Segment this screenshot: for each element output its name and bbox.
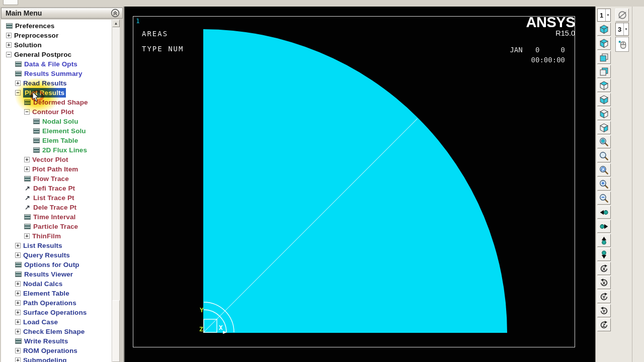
tree-item-plot-results[interactable]: −Plot Results <box>1 88 112 98</box>
sidebar-scrollbar[interactable]: ▲ <box>112 20 120 362</box>
rotate-y-minus-button[interactable]: Y <box>597 304 611 317</box>
expand-icon[interactable]: + <box>15 80 21 86</box>
tree-item-defi-trace-pt[interactable]: ↗Defi Trace Pt <box>1 184 112 193</box>
chevrons-up-circle-icon[interactable] <box>111 9 120 18</box>
expand-icon[interactable]: + <box>15 357 21 362</box>
expand-icon[interactable]: + <box>24 157 30 162</box>
tree-item-preferences[interactable]: Preferences <box>1 21 112 31</box>
menu-icon <box>24 214 31 220</box>
scroll-up-arrow-icon[interactable]: ▲ <box>112 20 120 27</box>
tree-item-label: Results Summary <box>24 69 83 78</box>
chevron-down-icon[interactable]: ▼ <box>605 9 610 21</box>
tree-item-time-interval[interactable]: Time Interval <box>1 212 112 222</box>
tree-item-list-trace-pt[interactable]: ↗List Trace Pt <box>1 193 112 203</box>
tree-item-surface-operations[interactable]: +Surface Operations <box>1 308 112 317</box>
front-view-button[interactable] <box>597 51 611 64</box>
tree-item-list-results[interactable]: +List Results <box>1 241 112 250</box>
expand-icon[interactable]: + <box>15 310 21 315</box>
tree-item-solution[interactable]: +Solution <box>1 40 112 50</box>
tree-item-deformed-shape[interactable]: Deformed Shape <box>1 98 112 107</box>
tree-item-2d-flux-lines[interactable]: 2D Flux Lines <box>1 145 112 155</box>
zoom-in-button[interactable] <box>597 177 611 191</box>
tree-item-dele-trace-pt[interactable]: ↗Dele Trace Pt <box>1 203 112 212</box>
tree-item-results-summary[interactable]: Results Summary <box>1 69 112 78</box>
tree-item-element-table[interactable]: +Element Table <box>1 289 112 298</box>
ansys-release: R15.0 <box>526 30 575 37</box>
rotation-rate-select[interactable]: 3▼ <box>615 23 629 36</box>
expand-icon[interactable]: + <box>15 291 21 296</box>
left-view-button[interactable] <box>597 107 611 120</box>
back-view-button[interactable] <box>597 65 611 78</box>
zoom-out-button[interactable] <box>597 192 611 205</box>
tree-item-nodal-calcs[interactable]: +Nodal Calcs <box>1 279 112 289</box>
zoom-model-button[interactable] <box>597 149 611 162</box>
expand-icon[interactable]: + <box>6 42 12 48</box>
collapse-icon[interactable]: − <box>15 90 21 96</box>
top-view-button[interactable] <box>597 79 611 92</box>
expand-icon[interactable]: + <box>24 166 30 172</box>
tree-item-element-solu[interactable]: Element Solu <box>1 126 112 136</box>
tree-item-results-viewer[interactable]: Results Viewer <box>1 269 112 279</box>
rotate-z-plus-button[interactable]: Z <box>597 318 611 331</box>
expand-icon[interactable]: + <box>24 233 30 239</box>
pan-left-button[interactable] <box>597 206 611 219</box>
expand-icon[interactable]: + <box>15 348 21 353</box>
tree-item-contour-plot[interactable]: −Contour Plot <box>1 107 112 117</box>
pan-up-button[interactable] <box>597 234 611 247</box>
tree-item-query-results[interactable]: +Query Results <box>1 250 112 260</box>
expand-icon[interactable]: + <box>15 243 21 248</box>
collapse-icon[interactable]: − <box>6 52 12 57</box>
chevron-down-icon[interactable]: ▼ <box>623 23 628 35</box>
tree-item-vector-plot[interactable]: +Vector Plot <box>1 155 112 164</box>
tree-item-thinfilm[interactable]: +ThinFilm <box>1 231 112 241</box>
tree-item-submodeling[interactable]: +Submodeling <box>1 355 112 362</box>
rotate-x-minus-button[interactable]: X <box>597 276 611 289</box>
svg-text:Z: Z <box>603 322 606 327</box>
pan-down-button[interactable] <box>597 248 611 261</box>
scrollbar-thumb[interactable] <box>112 300 120 362</box>
graphics-canvas[interactable]: X Y Z 1 AREAS TYPE NUM ANSYS R15.0 JAN 0… <box>125 7 595 362</box>
rotate-y-plus-button[interactable]: Y <box>597 290 611 303</box>
tree-item-data-file-opts[interactable]: Data & File Opts <box>1 59 112 69</box>
pan-right-button[interactable] <box>597 220 611 233</box>
expand-icon[interactable]: + <box>15 281 21 287</box>
expand-icon[interactable]: + <box>6 33 12 38</box>
menu-icon <box>33 138 40 143</box>
expand-icon[interactable]: + <box>15 300 21 306</box>
isometric-view-button[interactable] <box>597 23 611 36</box>
tree-item-path-operations[interactable]: +Path Operations <box>1 298 112 308</box>
rotate-x-plus-button[interactable]: X <box>597 262 611 275</box>
fit-view-button[interactable] <box>597 135 611 148</box>
tree-item-load-case[interactable]: +Load Case <box>1 317 112 327</box>
tree-item-particle-trace[interactable]: Particle Trace <box>1 222 112 231</box>
pick-arrow-icon: ↗ <box>24 193 31 203</box>
expand-icon[interactable]: + <box>15 252 21 258</box>
tree-item-elem-table[interactable]: Elem Table <box>1 136 112 145</box>
svg-text:X: X <box>602 280 606 285</box>
triad-x-label: X <box>219 324 223 331</box>
tree-item-write-results[interactable]: Write Results <box>1 336 112 346</box>
expand-icon[interactable]: + <box>15 329 21 334</box>
oblique-view-button[interactable] <box>597 37 611 50</box>
expand-icon[interactable]: + <box>15 319 21 325</box>
zoom-back-icon <box>599 165 609 175</box>
tree-item-preprocessor[interactable]: +Preprocessor <box>1 31 112 40</box>
tree-item-flow-trace[interactable]: Flow Trace <box>1 174 112 184</box>
tree-item-check-elem-shape[interactable]: +Check Elem Shape <box>1 327 112 336</box>
mouse-icon <box>617 39 628 50</box>
zoom-back-button[interactable] <box>597 163 611 176</box>
collapse-icon[interactable]: − <box>24 109 30 115</box>
right-view-button[interactable] <box>597 121 611 134</box>
mouse-pick-button[interactable] <box>615 37 629 52</box>
dynamic-rotate-button[interactable] <box>615 9 629 22</box>
cube-oblique-icon <box>599 38 609 49</box>
tree-item-plot-path-item[interactable]: +Plot Path Item <box>1 164 112 174</box>
tree-item-label: General Postproc <box>14 50 71 59</box>
window-select[interactable]: 1▼ <box>597 9 611 22</box>
tree-item-general-postproc[interactable]: −General Postproc <box>1 50 112 59</box>
tree-item-read-results[interactable]: +Read Results <box>1 78 112 88</box>
tree-item-rom-operations[interactable]: +ROM Operations <box>1 346 112 355</box>
tree-item-options-for-outp[interactable]: Options for Outp <box>1 260 112 269</box>
tree-item-nodal-solu[interactable]: Nodal Solu <box>1 117 112 126</box>
bottom-view-button[interactable] <box>597 93 611 106</box>
